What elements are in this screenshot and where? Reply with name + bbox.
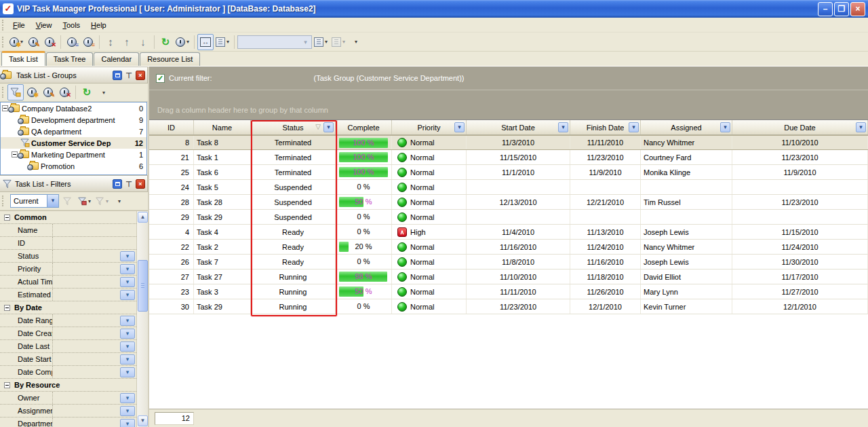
delete-group-button[interactable]: ✕ xyxy=(56,84,73,100)
tree-item-development-department[interactable]: Development department9 xyxy=(1,114,146,126)
table-row[interactable]: 30Task 29Running0 %Normal11/23/201012/1/… xyxy=(149,299,868,314)
filter-item-value[interactable] xyxy=(53,237,136,249)
minimize-button[interactable]: – xyxy=(818,2,833,16)
column-dropdown-icon[interactable]: ▾ xyxy=(454,122,465,132)
filter-item-value[interactable]: ▾ xyxy=(53,353,136,365)
tree-expander-icon[interactable] xyxy=(12,151,18,157)
clear-filter-button[interactable]: ▾ xyxy=(93,193,111,209)
filter-group-by-date[interactable]: By Date xyxy=(0,301,136,314)
current-filter-checkbox[interactable]: ✓ xyxy=(156,74,165,83)
tab-task-list[interactable]: Task List xyxy=(1,51,45,66)
filters-restore-button[interactable] xyxy=(113,179,122,189)
filters-scrollbar[interactable]: ▲ ▼ xyxy=(136,211,148,427)
save-filter-button[interactable]: ▾ xyxy=(75,193,93,209)
dropdown-icon[interactable]: ▾ xyxy=(120,277,135,287)
apply-filter-button[interactable] xyxy=(59,193,75,209)
scroll-up-icon[interactable]: ▲ xyxy=(138,212,148,223)
group-collapse-icon[interactable] xyxy=(4,305,10,311)
filter-item-value[interactable]: ▾ xyxy=(53,263,136,275)
close-button[interactable]: × xyxy=(850,2,865,16)
edit-group-button[interactable]: ✎ xyxy=(40,84,56,100)
dropdown-icon[interactable]: ▾ xyxy=(120,264,135,274)
table-row[interactable]: 23Task 3Running50 %Normal11/11/201011/26… xyxy=(149,284,868,299)
table-row[interactable]: 29Task 29Suspended0 %Normal xyxy=(149,210,868,225)
column-dropdown-icon[interactable]: ▾ xyxy=(720,122,730,132)
tab-task-tree[interactable]: Task Tree xyxy=(46,52,94,66)
table-row[interactable]: 21Task 1Terminated100 %Normal11/15/20101… xyxy=(149,150,868,165)
column-header-start-date[interactable]: Start Date▾ xyxy=(467,120,570,134)
fit-columns-button[interactable]: ↔ xyxy=(197,34,214,50)
group-collapse-icon[interactable] xyxy=(4,215,10,221)
menu-tools[interactable]: Tools xyxy=(57,19,85,31)
column-dropdown-icon[interactable]: ▾ xyxy=(856,122,866,132)
filters-overflow-button[interactable]: ▾ xyxy=(111,193,127,209)
expand-collapse-button[interactable]: ↕ xyxy=(102,34,119,50)
table-row[interactable]: 24Task 5Suspended0 %Normal xyxy=(149,180,868,195)
filter-preset-combobox[interactable]: Current ▾ xyxy=(10,194,59,208)
tree-item-customer-service-dep[interactable]: Customer Service Dep12 xyxy=(1,137,146,149)
filters-close-button[interactable]: × xyxy=(136,179,145,189)
column-dropdown-icon[interactable]: ▾ xyxy=(323,122,334,132)
column-dropdown-icon[interactable]: ▾ xyxy=(629,122,639,132)
filter-by-group-button[interactable] xyxy=(7,84,24,100)
clear-layout-button[interactable]: ▾ xyxy=(330,34,347,50)
column-header-status[interactable]: Status▽▾ xyxy=(251,120,336,134)
group-collapse-icon[interactable] xyxy=(4,382,10,388)
table-row[interactable]: 25Task 6Terminated100 %Normal11/1/201011… xyxy=(149,165,868,180)
group-by-bar[interactable]: Drag a column header here to group by th… xyxy=(149,90,868,119)
column-header-assigned[interactable]: Assigned▾ xyxy=(641,120,732,134)
customize-columns-button[interactable]: ▾ xyxy=(214,34,231,50)
dropdown-icon[interactable]: ▾ xyxy=(120,354,135,365)
tree-item-promotion[interactable]: Promotion6 xyxy=(1,160,146,172)
tree-item-qa-department[interactable]: QA department7 xyxy=(1,126,146,137)
filter-group-common[interactable]: Common xyxy=(0,211,136,224)
tree-item-company-database2[interactable]: Company Database20 xyxy=(1,103,146,114)
delete-task-button[interactable]: ✕ xyxy=(41,34,58,50)
filter-group-by-resource[interactable]: By Resource xyxy=(0,379,136,392)
task-notes-button[interactable]: ≡ xyxy=(80,34,96,50)
column-header-id[interactable]: ID xyxy=(149,120,194,134)
filters-pin-icon[interactable]: ⊤ xyxy=(124,179,134,189)
filter-item-value[interactable]: ▾ xyxy=(53,314,136,327)
toolbar-overflow-button[interactable]: ▾ xyxy=(347,34,363,50)
filter-item-value[interactable]: ▾ xyxy=(53,289,136,301)
menu-file[interactable]: File xyxy=(7,19,31,31)
task-details-button[interactable]: ≡ xyxy=(64,34,80,50)
tab-calendar[interactable]: Calendar xyxy=(94,52,139,66)
dropdown-icon[interactable]: ▾ xyxy=(120,251,135,261)
filter-item-value[interactable]: ▾ xyxy=(53,366,136,378)
table-row[interactable]: 8Task 8Terminated100 %Normal11/3/201011/… xyxy=(149,135,868,150)
groups-pin-icon[interactable]: ⊤ xyxy=(124,71,134,80)
column-header-due-date[interactable]: Due Date▾ xyxy=(732,120,868,134)
filter-item-value[interactable]: ▾ xyxy=(53,405,136,417)
edit-task-button[interactable]: ✎ xyxy=(25,34,41,50)
filter-item-value[interactable]: ▾ xyxy=(53,417,136,427)
filter-item-value[interactable] xyxy=(53,224,136,236)
filter-item-value[interactable]: ▾ xyxy=(53,340,136,352)
dropdown-icon[interactable]: ▾ xyxy=(120,406,135,416)
table-row[interactable]: 22Task 2Ready20 %Normal11/16/201011/24/2… xyxy=(149,240,868,255)
layout-combobox[interactable]: ▾ xyxy=(237,35,312,49)
groups-close-button[interactable]: × xyxy=(136,71,145,80)
menu-view[interactable]: View xyxy=(31,19,58,31)
filter-item-value[interactable]: ▾ xyxy=(53,327,136,339)
dropdown-icon[interactable]: ▾ xyxy=(120,341,135,352)
filter-item-value[interactable]: ▾ xyxy=(53,392,136,404)
tree-item-marketing-department[interactable]: Marketing Department1 xyxy=(1,149,146,160)
column-header-complete[interactable]: Complete xyxy=(336,120,392,134)
column-header-name[interactable]: Name xyxy=(194,120,251,134)
filter-item-value[interactable]: ▾ xyxy=(53,276,136,288)
refresh-groups-button[interactable]: ↻ xyxy=(79,84,95,100)
move-up-button[interactable]: ↑ xyxy=(119,34,135,50)
move-down-button[interactable]: ↓ xyxy=(135,34,151,50)
table-row[interactable]: 4Task 4Ready0 %∧High11/4/201011/13/2010J… xyxy=(149,225,868,240)
save-layout-button[interactable]: ▾ xyxy=(312,34,330,50)
dropdown-icon[interactable]: ▾ xyxy=(120,419,135,427)
groups-restore-button[interactable] xyxy=(113,71,122,80)
new-task-button[interactable]: ✱▾ xyxy=(7,34,25,50)
view-style-button[interactable]: ▾ xyxy=(174,34,191,50)
new-group-button[interactable]: ✱ xyxy=(24,84,40,100)
groups-overflow-button[interactable]: ▾ xyxy=(95,84,111,100)
refresh-button[interactable]: ↻ xyxy=(157,34,174,50)
dropdown-icon[interactable]: ▾ xyxy=(120,316,135,326)
